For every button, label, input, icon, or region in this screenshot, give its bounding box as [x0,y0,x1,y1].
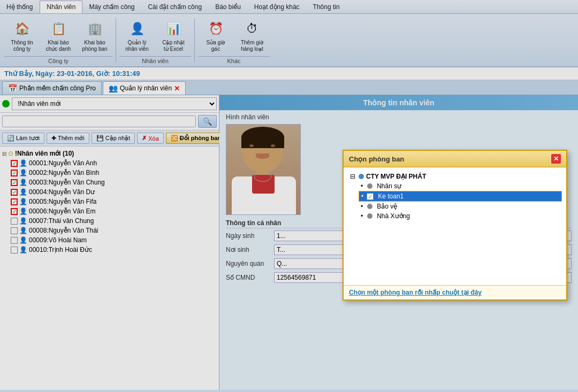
dept-nhansu-label: Nhân sự [377,182,401,190]
modal-close-button[interactable]: ✕ [551,154,561,164]
dept-baove[interactable]: • Bảo vệ [359,202,562,211]
nhaxuong-circle [367,213,372,219]
modal-overlay: Chọn phòng ban ✕ ⊟ CTY MVP ĐẠI PHÁT • Nh… [0,0,578,392]
bullet-icon3: • [361,203,363,210]
dept-children: • Nhân sự • ✓ Ke toan1 • Bảo vệ [359,181,562,221]
dept-tree: ⊟ CTY MVP ĐẠI PHÁT • Nhân sự • ✓ Ke toan… [348,172,562,221]
nhansu-circle [367,183,372,189]
dept-nhansu[interactable]: • Nhân sự [359,181,562,191]
dept-ketoan1[interactable]: • ✓ Ke toan1 [359,191,562,202]
dept-baove-label: Bảo vệ [377,203,397,210]
bullet-icon4: • [361,212,363,220]
bullet-icon: • [361,182,363,190]
chon-phongban-modal: Chọn phòng ban ✕ ⊟ CTY MVP ĐẠI PHÁT • Nh… [343,150,567,301]
baove-circle [367,204,372,209]
bullet-icon2: • [361,193,363,200]
company-name: CTY MVP ĐẠI PHÁT [366,173,426,180]
dept-nhaxuong[interactable]: • Nhà Xưởng [359,211,562,221]
expand-icon[interactable]: ⊟ [350,173,355,180]
dept-root: ⊟ CTY MVP ĐẠI PHÁT [348,172,562,181]
modal-body: ⊟ CTY MVP ĐẠI PHÁT • Nhân sự • ✓ Ke toan… [344,167,566,285]
dept-ketoan1-label: Ke toan1 [378,193,404,200]
company-circle-icon [359,174,364,179]
confirm-select-link[interactable]: Chọn một phòng ban rồi nhấp chuột tại đâ… [349,289,482,296]
modal-footer: Chọn một phòng ban rồi nhấp chuột tại đâ… [344,285,566,299]
modal-title: Chọn phòng ban [349,155,404,163]
dept-checkbox-icon: ✓ [367,193,374,200]
modal-header: Chọn phòng ban ✕ [344,151,566,167]
dept-nhaxuong-label: Nhà Xưởng [377,212,410,220]
